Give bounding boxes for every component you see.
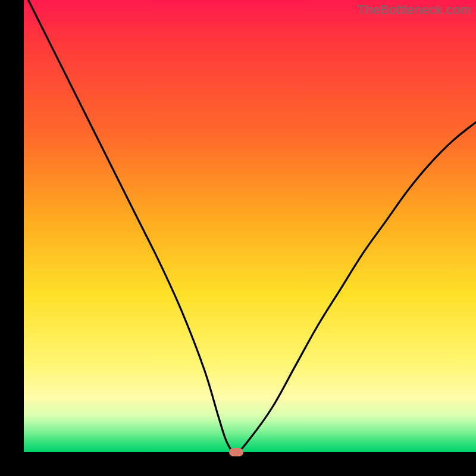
bottleneck-curve-svg (24, 0, 476, 452)
attribution-watermark: TheBottleneck.com (357, 2, 471, 18)
plot-area: TheBottleneck.com (24, 0, 476, 452)
chart-container: TheBottleneck.com (0, 0, 476, 476)
min-marker-icon (229, 448, 243, 456)
bottleneck-curve-path (29, 0, 476, 452)
